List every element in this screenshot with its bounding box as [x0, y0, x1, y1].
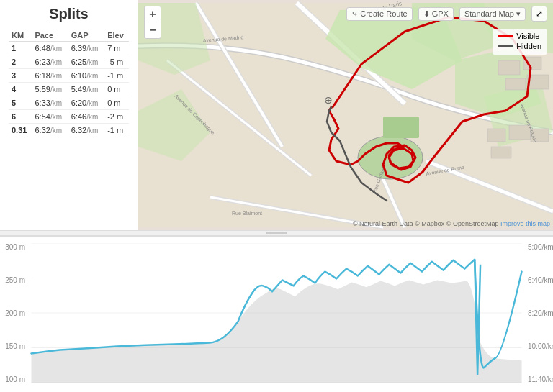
route-icon: ⤷ — [351, 9, 358, 19]
cell-elev: -5 m — [104, 55, 129, 69]
y-left-label-2: 200 m — [5, 309, 25, 317]
download-icon: ⬇ — [423, 9, 430, 19]
y-left-label-0: 300 m — [5, 243, 25, 251]
cell-elev: -2 m — [104, 110, 129, 124]
splits-table: KM Pace GAP Elev 1 6:48/km 6:39/km 7 m 2… — [9, 29, 129, 137]
cell-pace: 6:23/km — [32, 55, 68, 69]
expand-icon: ⤢ — [536, 9, 543, 19]
divider-handle — [266, 232, 287, 234]
col-header-pace: Pace — [32, 29, 68, 42]
table-row: 0.31 6:32/km 6:32/km -1 m — [9, 124, 129, 137]
table-row: 1 6:48/km 6:39/km 7 m — [9, 42, 129, 55]
cell-elev: 0 m — [104, 83, 129, 96]
cell-km: 5 — [9, 96, 32, 110]
create-route-button[interactable]: ⤷ Create Route — [346, 7, 412, 21]
svg-rect-10 — [498, 60, 520, 75]
standard-map-dropdown[interactable]: Standard Map ▾ — [459, 7, 526, 21]
cell-gap: 6:32/km — [68, 124, 104, 137]
legend-visible: Visible — [498, 32, 541, 40]
splits-title: Splits — [9, 6, 129, 22]
table-row: 6 6:54/km 6:46/km -2 m — [9, 110, 129, 124]
y-right-label-0: 5:00/km — [528, 243, 553, 251]
y-left-label-3: 150 m — [5, 342, 25, 350]
y-right-label-2: 8:20/km — [528, 309, 553, 317]
cell-gap: 6:25/km — [68, 55, 104, 69]
cell-elev: -1 m — [104, 69, 129, 83]
svg-text:⊕: ⊕ — [324, 94, 333, 106]
table-row: 5 6:33/km 6:20/km 0 m — [9, 96, 129, 110]
table-row: 2 6:23/km 6:25/km -5 m — [9, 55, 129, 69]
cell-km: 1 — [9, 42, 32, 55]
zoom-in-button[interactable]: + — [145, 6, 161, 22]
svg-rect-12 — [505, 78, 526, 90]
svg-text:Rue Blaimont: Rue Blaimont — [232, 211, 262, 216]
cell-pace: 5:59/km — [32, 83, 68, 96]
y-right-label-1: 6:40/km — [528, 276, 553, 284]
col-header-gap: GAP — [68, 29, 104, 42]
cell-gap: 5:49/km — [68, 83, 104, 96]
cell-pace: 6:48/km — [32, 42, 68, 55]
cell-km: 2 — [9, 55, 32, 69]
svg-rect-14 — [487, 129, 505, 142]
chart-section: 300 m 250 m 200 m 150 m 100 m 5:00/km 6:… — [0, 236, 553, 392]
cell-pace: 6:18/km — [32, 69, 68, 83]
col-header-km: KM — [9, 29, 32, 42]
chart-y-axis-left: 300 m 250 m 200 m 150 m 100 m — [0, 243, 29, 383]
cell-km: 6 — [9, 110, 32, 124]
svg-rect-15 — [509, 125, 531, 140]
cell-elev: -1 m — [104, 124, 129, 137]
svg-rect-7 — [383, 117, 419, 138]
chart-area — [29, 243, 524, 383]
table-row: 4 5:59/km 5:49/km 0 m — [9, 83, 129, 96]
cell-km: 4 — [9, 83, 32, 96]
gpx-button[interactable]: ⬇ GPX — [418, 7, 454, 21]
y-left-label-4: 100 m — [5, 375, 25, 383]
visible-line — [498, 35, 513, 37]
cell-elev: 0 m — [104, 96, 129, 110]
col-header-elev: Elev — [104, 29, 129, 42]
y-left-label-1: 250 m — [5, 276, 25, 284]
cell-elev: 7 m — [104, 42, 129, 55]
map-legend: Visible Hidden — [493, 29, 547, 55]
cell-gap: 6:20/km — [68, 96, 104, 110]
y-right-label-3: 10:00/km — [528, 342, 553, 350]
visible-label: Visible — [516, 32, 539, 40]
legend-hidden: Hidden — [498, 42, 541, 50]
cell-km: 0.31 — [9, 124, 32, 137]
section-divider — [0, 230, 553, 236]
expand-map-button[interactable]: ⤢ — [531, 6, 547, 22]
map-copyright: © Natural Earth Data © Mapbox © OpenStre… — [353, 220, 550, 227]
map-panel: Avenue de Paris Avenue de Madrid Avenue … — [138, 0, 553, 230]
cell-pace: 6:32/km — [32, 124, 68, 137]
cell-gap: 6:46/km — [68, 110, 104, 124]
hidden-label: Hidden — [516, 42, 541, 50]
zoom-out-button[interactable]: − — [145, 22, 161, 38]
y-right-label-4: 11:40/km — [528, 375, 553, 383]
map-zoom-controls: + − — [144, 6, 161, 39]
improve-map-link[interactable]: Improve this map — [500, 220, 550, 227]
cell-gap: 6:39/km — [68, 42, 104, 55]
chevron-down-icon: ▾ — [516, 9, 521, 19]
svg-rect-17 — [491, 147, 511, 158]
splits-panel: Splits KM Pace GAP Elev 1 6:48/km 6:39/k… — [0, 0, 138, 230]
cell-pace: 6:33/km — [32, 96, 68, 110]
cell-pace: 6:54/km — [32, 110, 68, 124]
chart-y-axis-right: 5:00/km 6:40/km 8:20/km 10:00/km 11:40/k… — [524, 243, 553, 383]
cell-gap: 6:10/km — [68, 69, 104, 83]
hidden-line — [498, 45, 513, 47]
table-row: 3 6:18/km 6:10/km -1 m — [9, 69, 129, 83]
map-toolbar: ⤷ Create Route ⬇ GPX Standard Map ▾ ⤢ — [346, 6, 547, 22]
cell-km: 3 — [9, 69, 32, 83]
